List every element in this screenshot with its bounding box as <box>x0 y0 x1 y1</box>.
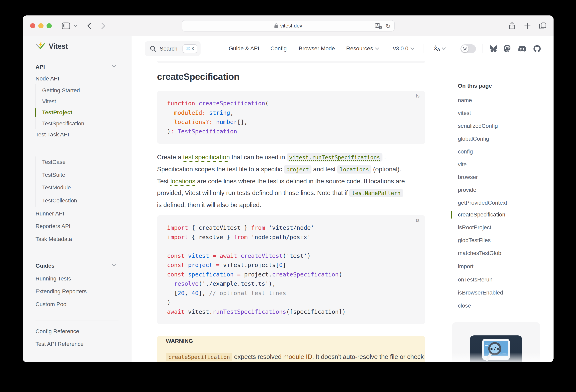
toc-item-import[interactable]: import <box>458 263 474 270</box>
code-token: ( <box>199 280 202 287</box>
chevron-down-icon[interactable] <box>112 65 116 68</box>
code-line: import { resolve } from 'node:path/posix… <box>167 233 415 242</box>
toc-item-ontestsrerun[interactable]: onTestsRerun <box>458 276 492 283</box>
translate-icon[interactable]: Ax <box>375 23 382 29</box>
sidebar-item-config-reference[interactable]: Config Reference <box>35 328 79 335</box>
code-token: [], <box>237 119 248 125</box>
chevron-down-icon[interactable] <box>112 264 116 266</box>
nav-v3-0-0[interactable]: v3.0.0 <box>393 45 414 52</box>
minimize-window-button[interactable] <box>38 23 43 28</box>
code-token: [ <box>167 290 177 297</box>
sidebar-chevron-icon[interactable] <box>73 15 78 36</box>
sidebar-item-custom-pool[interactable]: Custom Pool <box>35 301 68 307</box>
code-token: from <box>251 224 265 231</box>
code-token: { resolve } <box>188 234 234 241</box>
zoom-window-button[interactable] <box>47 23 52 28</box>
logo-text: Vitest <box>49 42 68 51</box>
code-lang-label: ts <box>416 93 420 99</box>
sidebar-item-extending-reporters[interactable]: Extending Reporters <box>35 288 87 295</box>
paragraph-line: Create a test specification that can be … <box>157 151 438 163</box>
sidebar-item-testsuite[interactable]: TestSuite <box>42 172 65 178</box>
search-button[interactable]: Search ⌘ K <box>145 41 201 56</box>
search-label: Search <box>160 46 177 52</box>
sidebar-item-vitest[interactable]: Vitest <box>42 98 56 105</box>
sidebar-item-node-api[interactable]: Node API <box>35 75 59 82</box>
code-token: = <box>209 252 216 259</box>
code-token: 20 <box>177 290 184 297</box>
toc-item-browser[interactable]: browser <box>458 174 478 180</box>
toc-item-name[interactable]: name <box>458 97 472 104</box>
mastodon-icon[interactable] <box>504 45 511 52</box>
reload-icon[interactable]: ↻ <box>386 23 391 30</box>
sidebar-toggle-icon[interactable] <box>61 15 71 36</box>
toc-item-serializedconfig[interactable]: serializedConfig <box>458 123 498 129</box>
code-line: import { createVitest } from 'vitest/nod… <box>167 223 415 233</box>
close-window-button[interactable] <box>30 23 35 28</box>
sidebar-item-testmodule[interactable]: TestModule <box>42 184 71 191</box>
search-kbd: ⌘ K <box>182 44 197 53</box>
code-token: // optional test lines <box>209 290 286 297</box>
share-icon[interactable] <box>508 15 516 36</box>
sidebar-item-testproject[interactable]: TestProject <box>42 109 72 116</box>
sidebar-item-test-task-api[interactable]: Test Task API <box>35 131 69 138</box>
toc-item-createspecification[interactable]: createSpecification <box>458 211 505 218</box>
toc-item-globtestfiles[interactable]: globTestFiles <box>458 237 490 243</box>
new-tab-icon[interactable] <box>523 15 531 36</box>
code-token: from <box>234 234 248 241</box>
sidebar-item-testcollection[interactable]: TestCollection <box>42 197 77 204</box>
code-line <box>167 242 415 251</box>
sidebar-item-api: API <box>35 64 45 70</box>
back-button[interactable] <box>86 15 92 36</box>
code-token: = <box>213 262 220 269</box>
link[interactable]: module ID <box>283 353 312 360</box>
code-line: const vitest = await createVitest('test'… <box>167 251 415 261</box>
code-token <box>216 252 219 259</box>
code-token: createSpecification <box>272 271 339 278</box>
toc-item-getprovidedcontext[interactable]: getProvidedContext <box>458 200 507 206</box>
previous-code-block-edge <box>157 61 425 63</box>
link[interactable]: locations <box>171 178 196 185</box>
github-icon[interactable] <box>533 45 541 52</box>
tab-overview-icon[interactable] <box>539 15 547 36</box>
nav-guide-api[interactable]: Guide & API <box>229 45 259 52</box>
inline-code-link[interactable]: vitest.runTestSpecifications <box>287 153 382 161</box>
toc-item-vitest[interactable]: vitest <box>458 110 471 116</box>
inline-code-link[interactable]: testNamePattern <box>349 189 403 197</box>
toc-item-vite[interactable]: vite <box>458 161 467 168</box>
toc-active-bar <box>451 211 452 219</box>
theme-toggle[interactable] <box>461 44 476 53</box>
link[interactable]: test specification <box>183 153 230 161</box>
ad-card[interactable]: </> <box>452 322 540 362</box>
sidebar: Vitest APINode APIGetting StartedVitestT… <box>23 36 132 362</box>
code-line: ) <box>167 298 415 307</box>
code-token: specification <box>184 271 233 278</box>
bluesky-icon[interactable] <box>490 45 497 52</box>
code-token: ) <box>307 252 311 259</box>
toc-item-globalconfig[interactable]: globalConfig <box>458 136 489 142</box>
sidebar-item-task-metadata[interactable]: Task Metadata <box>35 236 72 242</box>
code-token: function <box>167 100 195 107</box>
sidebar-item-test-api-reference[interactable]: Test API Reference <box>35 341 84 347</box>
nav-config[interactable]: Config <box>271 45 287 52</box>
toc-item-config[interactable]: config <box>458 149 473 155</box>
sidebar-item-runner-api[interactable]: Runner API <box>35 211 64 217</box>
search-icon <box>150 46 156 52</box>
sidebar-item-testcase[interactable]: TestCase <box>42 159 66 165</box>
forward-button[interactable] <box>100 15 107 36</box>
nav-resources[interactable]: Resources <box>346 45 379 52</box>
nav-browser-mode[interactable]: Browser Mode <box>299 45 335 52</box>
sidebar-item-testspecification[interactable]: TestSpecification <box>42 120 84 127</box>
divider <box>35 257 118 257</box>
discord-icon[interactable] <box>518 46 526 52</box>
sidebar-item-running-tests[interactable]: Running Tests <box>35 275 71 282</box>
language-menu[interactable]: xA <box>434 45 446 52</box>
toc-item-matchestestglob[interactable]: matchesTestGlob <box>458 250 501 256</box>
toc-item-provide[interactable]: provide <box>458 187 476 193</box>
sidebar-item-getting-started[interactable]: Getting Started <box>42 87 80 94</box>
address-bar[interactable]: vitest.dev Ax ↻ <box>182 20 395 31</box>
vitest-logo[interactable]: Vitest <box>35 42 68 51</box>
toc-item-isrootproject[interactable]: isRootProject <box>458 224 491 231</box>
toc-item-isbrowserenabled[interactable]: isBrowserEnabled <box>458 290 503 296</box>
toc-item-close[interactable]: close <box>458 302 471 309</box>
sidebar-item-reporters-api[interactable]: Reporters API <box>35 223 70 230</box>
